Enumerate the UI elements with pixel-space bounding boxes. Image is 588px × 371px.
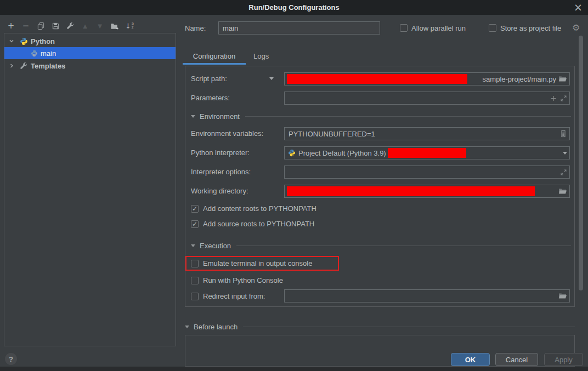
environment-variables-value: PYTHONUNBUFFERED=1 [287,130,375,138]
gear-icon[interactable]: ⚙ [572,22,580,33]
edit-templates-wrench-icon[interactable] [66,21,75,30]
working-directory-field[interactable] [284,185,570,198]
emulate-terminal-label: Emulate terminal in output console [203,259,312,267]
script-path-value: sample-project/main.py [483,75,556,83]
dropdown-arrow-icon[interactable] [563,152,567,155]
interpreter-options-field[interactable] [284,165,570,179]
configurations-tree: Python main Templates [4,33,176,346]
browse-folder-icon[interactable] [558,292,567,300]
add-macro-icon[interactable]: + [550,94,557,102]
store-as-project-file-label: Store as project file [500,24,561,32]
tab-configuration[interactable]: Configuration [183,52,246,60]
run-debug-configurations-dialog: Run/Debug Configurations × + − ▲ ▼ ↓ a z [0,0,588,371]
window-bottom-edge [0,367,588,371]
save-configuration-icon[interactable] [51,21,60,30]
tab-logs[interactable]: Logs [253,52,269,60]
expand-field-icon[interactable] [560,169,567,176]
browse-folder-icon[interactable] [558,187,567,196]
redaction-block [287,186,535,196]
emulate-terminal-highlight: Emulate terminal in output console [185,256,339,271]
section-title: Execution [200,242,231,250]
python-icon [20,37,28,45]
section-divider [236,246,571,246]
tree-item-main[interactable]: main [4,47,176,59]
help-button[interactable]: ? [5,353,17,365]
section-divider [245,116,571,117]
tree-toolbar: + − ▲ ▼ ↓ a z [7,21,134,31]
python-interpreter-label: Python interpreter: [191,146,250,159]
name-label: Name: [185,24,206,32]
allow-parallel-run-checkbox[interactable] [400,24,408,32]
tree-item-label: Templates [31,62,65,70]
redirect-input-field[interactable] [284,289,570,302]
new-folder-icon[interactable] [110,21,119,30]
edit-variables-icon[interactable] [559,130,567,138]
chevron-down-icon[interactable] [9,38,14,44]
python-interpreter-value: Project Default (Python 3.9) [298,149,386,157]
redaction-block [388,148,466,158]
before-launch-section-header[interactable]: Before launch [185,323,575,331]
chevron-right-icon[interactable] [9,63,14,69]
redirect-input-input[interactable] [287,292,558,300]
run-with-python-console-checkbox[interactable] [191,277,199,284]
add-source-roots-checkbox[interactable]: ✓ [191,220,199,228]
execution-section-header[interactable]: Execution [191,242,571,250]
tree-item-label: Python [31,37,55,45]
add-source-roots-label: Add source roots to PYTHONPATH [203,220,314,228]
add-configuration-button[interactable]: + [7,21,15,30]
remove-configuration-button[interactable]: − [21,21,30,30]
add-content-roots-label: Add content roots to PYTHONPATH [203,204,316,213]
collapse-triangle-icon[interactable] [191,115,195,118]
script-path-field[interactable]: sample-project/main.py [284,72,570,85]
redirect-input-checkbox[interactable] [191,293,199,300]
dialog-title: Run/Debug Configurations [0,0,588,15]
python-icon [288,149,296,157]
redirect-input-label: Redirect input from: [203,292,265,300]
interpreter-options-input[interactable] [287,168,560,176]
environment-section-header[interactable]: Environment [191,112,571,121]
sort-configurations-icon[interactable]: ↓ a z [125,21,134,30]
active-tab-underline [183,63,246,65]
cancel-button[interactable]: Cancel [495,353,538,366]
environment-variables-field[interactable]: PYTHONUNBUFFERED=1 [284,127,570,140]
working-directory-label: Working directory: [191,185,248,198]
parameters-label: Parameters: [191,92,230,105]
redirect-input-row[interactable]: Redirect input from: [191,292,265,300]
vertical-scrollbar[interactable] [579,36,583,290]
python-interpreter-select[interactable]: Project Default (Python 3.9) [284,146,570,159]
environment-variables-label: Environment variables: [191,127,263,140]
copy-configuration-icon[interactable] [36,21,45,30]
collapse-triangle-icon[interactable] [191,244,195,247]
allow-parallel-run-label: Allow parallel run [411,24,466,32]
collapse-triangle-icon[interactable] [185,326,189,328]
close-icon[interactable]: × [574,0,583,14]
add-content-roots-row[interactable]: ✓ Add content roots to PYTHONPATH [191,204,316,213]
run-with-python-console-label: Run with Python Console [203,276,283,284]
move-down-icon: ▼ [95,21,104,30]
redaction-block [287,74,467,84]
move-up-icon: ▲ [81,21,89,30]
section-divider [243,327,575,327]
expand-field-icon[interactable] [560,95,567,102]
templates-wrench-icon [20,62,28,70]
run-with-python-console-row[interactable]: Run with Python Console [191,276,283,284]
apply-button: Apply [544,353,583,366]
script-path-label: Script path: [191,72,227,85]
parameters-field[interactable]: + [284,92,570,105]
name-input[interactable] [218,21,380,35]
add-source-roots-row[interactable]: ✓ Add source roots to PYTHONPATH [191,220,314,228]
ok-button[interactable]: OK [451,353,490,366]
emulate-terminal-checkbox[interactable] [191,260,199,267]
tree-item-python[interactable]: Python [4,35,176,47]
browse-folder-icon[interactable] [558,75,567,83]
tree-item-label: main [41,49,56,58]
tree-item-templates[interactable]: Templates [4,60,176,72]
configuration-panel: Script path: sample-project/main.py Para… [185,66,575,307]
store-as-project-file-checkbox[interactable] [489,24,496,32]
interpreter-options-label: Interpreter options: [191,165,251,179]
script-path-dropdown-icon[interactable] [269,77,274,80]
parameters-input[interactable] [287,94,550,102]
add-content-roots-checkbox[interactable]: ✓ [191,205,199,213]
help-icon: ? [9,355,13,363]
section-title: Before launch [194,323,238,331]
